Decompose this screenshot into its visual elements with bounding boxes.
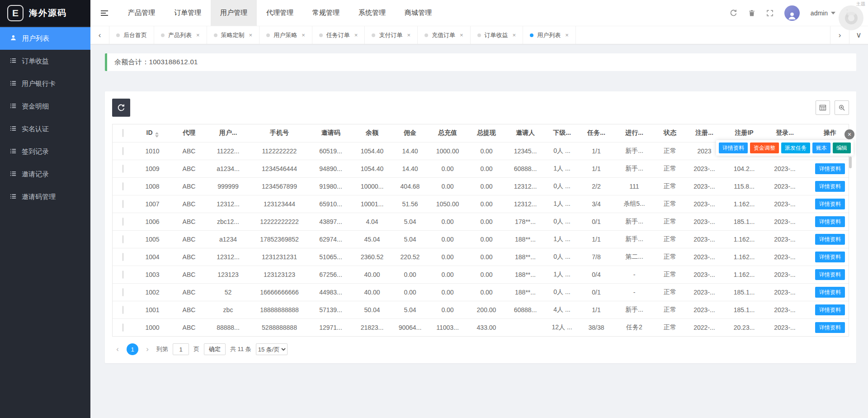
search-zoom-button[interactable]: [835, 100, 849, 115]
row-detail-button[interactable]: 详情资料: [815, 234, 845, 245]
tab-1[interactable]: 后台首页: [109, 26, 154, 44]
columns-filter-button[interactable]: [816, 100, 830, 115]
tab-5[interactable]: 任务订单×: [312, 26, 365, 44]
topnav-item-5[interactable]: 常规管理: [303, 0, 349, 26]
tab-7[interactable]: 充值订单×: [418, 26, 471, 44]
popup-action-button-4[interactable]: 账本: [812, 142, 830, 153]
row-checkbox[interactable]: [123, 235, 123, 243]
sidebar-item-1[interactable]: 用户列表: [0, 27, 90, 50]
table-cell: 0.00: [467, 142, 506, 160]
row-detail-button[interactable]: 详情资料: [815, 199, 845, 209]
row-detail-button[interactable]: 详情资料: [815, 252, 845, 262]
row-checkbox-cell: [113, 177, 133, 195]
avatar[interactable]: [784, 5, 800, 21]
tab-close-icon[interactable]: ×: [407, 32, 410, 38]
tab-3[interactable]: 策略定制×: [207, 26, 260, 44]
tab-dot-icon: [116, 33, 120, 37]
current-page-button[interactable]: 1: [127, 343, 138, 355]
popup-action-button-3[interactable]: 派发任务: [781, 142, 810, 153]
tab-2[interactable]: 产品列表×: [154, 26, 207, 44]
tab-4[interactable]: 用户策略×: [259, 26, 312, 44]
sort-desc-icon[interactable]: [155, 135, 159, 138]
table-refresh-button[interactable]: [112, 99, 130, 117]
table-cell: 11222...: [207, 142, 250, 160]
tab-close-icon[interactable]: ×: [460, 32, 463, 38]
row-checkbox[interactable]: [123, 182, 123, 190]
sidebar-item-3[interactable]: 用户银行卡: [0, 72, 90, 95]
goto-confirm-button[interactable]: 确定: [204, 343, 226, 355]
next-page-button[interactable]: ›: [143, 345, 152, 354]
trash-icon[interactable]: [748, 10, 755, 17]
row-checkbox[interactable]: [123, 288, 123, 296]
sidebar-item-label: 实名认证: [22, 125, 49, 133]
row-checkbox[interactable]: [123, 253, 123, 261]
row-checkbox-cell: [113, 248, 133, 266]
sidebar-item-label: 资金明细: [22, 102, 49, 111]
sidebar-item-2[interactable]: 订单收益: [0, 50, 90, 72]
table-cell: 第二...: [613, 248, 655, 266]
popup-close-icon[interactable]: ×: [844, 129, 854, 139]
topnav-item-4[interactable]: 代理管理: [257, 0, 303, 26]
user-menu[interactable]: admin: [811, 10, 835, 17]
table-cell: 2023-...: [764, 266, 805, 283]
popup-action-button-2[interactable]: 资金调整: [750, 142, 779, 153]
topnav-item-7[interactable]: 商城管理: [395, 0, 441, 26]
tab-8[interactable]: 订单收益×: [471, 26, 524, 44]
prev-page-button[interactable]: ‹: [113, 345, 122, 354]
row-checkbox[interactable]: [123, 147, 123, 155]
row-checkbox[interactable]: [123, 165, 123, 173]
menu-collapse-icon[interactable]: [90, 0, 118, 26]
table-cell: 1010: [133, 142, 171, 160]
popup-scrollbar[interactable]: [849, 157, 852, 168]
row-checkbox[interactable]: [123, 218, 123, 226]
row-detail-button[interactable]: 详情资料: [815, 269, 845, 280]
popup-action-button-5[interactable]: 编辑: [833, 142, 851, 153]
tab-close-icon[interactable]: ×: [196, 32, 200, 38]
row-detail-button[interactable]: 详情资料: [815, 322, 845, 333]
tab-9[interactable]: 用户列表×: [523, 26, 576, 44]
tab-close-icon[interactable]: ×: [513, 32, 516, 38]
list-icon: [10, 80, 16, 88]
select-all-checkbox[interactable]: [123, 129, 123, 137]
table-cell: 51.56: [392, 195, 428, 213]
sidebar-item-5[interactable]: 实名认证: [0, 118, 90, 140]
row-detail-button[interactable]: 详情资料: [815, 181, 845, 192]
table-cell: 2023-...: [685, 160, 724, 177]
sort-asc-icon[interactable]: [155, 132, 159, 134]
topnav-item-1[interactable]: 产品管理: [118, 0, 165, 26]
topnav-item-3[interactable]: 用户管理: [211, 0, 257, 26]
table-cell: 188**...: [506, 266, 545, 283]
sidebar-item-7[interactable]: 邀请记录: [0, 163, 90, 185]
sidebar-item-4[interactable]: 资金明细: [0, 95, 90, 118]
tab-label: 充值订单: [432, 31, 455, 39]
table-cell: 67256...: [309, 266, 352, 283]
table-cell: 52: [207, 283, 250, 301]
tab-close-icon[interactable]: ×: [565, 32, 569, 38]
table-cell: 0.00: [428, 213, 467, 230]
popup-action-button-1[interactable]: 详情资料: [719, 142, 748, 153]
table-cell: 2023-...: [685, 301, 724, 318]
refresh-icon[interactable]: [730, 9, 737, 17]
sidebar-item-6[interactable]: 签到记录: [0, 140, 90, 163]
sidebar-item-8[interactable]: 邀请码管理: [0, 185, 90, 208]
fullscreen-icon[interactable]: [766, 10, 774, 17]
table-cell: 新手...: [613, 160, 655, 177]
row-checkbox[interactable]: [123, 323, 123, 332]
tab-close-icon[interactable]: ×: [354, 32, 358, 38]
topnav-item-6[interactable]: 系统管理: [349, 0, 395, 26]
topnav-item-2[interactable]: 订单管理: [165, 0, 211, 26]
row-detail-button[interactable]: 详情资料: [815, 216, 845, 227]
row-checkbox[interactable]: [123, 200, 123, 208]
row-detail-button[interactable]: 详情资料: [815, 304, 845, 315]
row-checkbox[interactable]: [123, 271, 123, 279]
tab-close-icon[interactable]: ×: [302, 32, 305, 38]
per-page-select[interactable]: 15 条/页: [256, 343, 288, 355]
tab-6[interactable]: 支付订单×: [365, 26, 418, 44]
row-detail-button[interactable]: 详情资料: [815, 163, 845, 174]
tab-close-icon[interactable]: ×: [249, 32, 253, 38]
row-detail-button[interactable]: 详情资料: [815, 287, 845, 298]
tabs-scroll-left-icon[interactable]: ‹: [90, 26, 109, 44]
row-checkbox[interactable]: [123, 306, 123, 314]
goto-page-input[interactable]: [173, 343, 189, 355]
table-cell: 12971...: [309, 318, 352, 336]
